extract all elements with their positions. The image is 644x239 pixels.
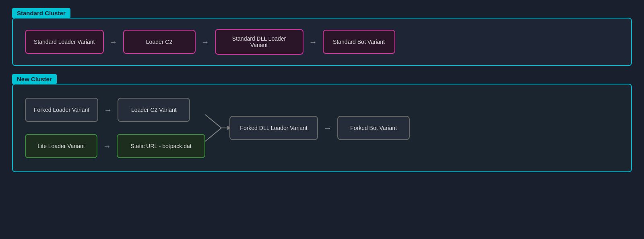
arrow-s3-s4: → xyxy=(303,37,323,47)
new-cluster-left-rows: Forked Loader Variant → Loader C2 Varian… xyxy=(25,98,205,158)
standard-bot-variant-node[interactable]: Standard Bot Variant xyxy=(323,30,395,54)
loader-c2-node[interactable]: Loader C2 xyxy=(123,30,196,54)
arrow-s2-s3: → xyxy=(196,37,215,47)
arrow-n5-n6: → xyxy=(318,124,337,133)
standard-cluster-box: Standard Loader Variant → Loader C2 → St… xyxy=(12,18,632,66)
standard-dll-loader-variant-node[interactable]: Standard DLL Loader Variant xyxy=(215,29,303,55)
forked-loader-variant-node[interactable]: Forked Loader Variant xyxy=(25,98,98,122)
new-bottom-row: Lite Loader Variant → Static URL - botpa… xyxy=(25,134,205,158)
arrow-s1-s2: → xyxy=(104,37,123,47)
forked-bot-variant-node[interactable]: Forked Bot Variant xyxy=(337,116,410,140)
standard-cluster-label: Standard Cluster xyxy=(12,8,70,18)
standard-loader-variant-node[interactable]: Standard Loader Variant xyxy=(25,30,104,54)
svg-line-1 xyxy=(205,128,221,141)
svg-line-0 xyxy=(205,115,221,128)
lite-loader-variant-node[interactable]: Lite Loader Variant xyxy=(25,134,97,158)
new-cluster-box: Forked Loader Variant → Loader C2 Varian… xyxy=(12,84,632,172)
new-cluster-content: Forked Loader Variant → Loader C2 Varian… xyxy=(25,98,619,158)
new-cluster-label: New Cluster xyxy=(12,74,57,84)
loader-c2-variant-node[interactable]: Loader C2 Variant xyxy=(118,98,190,122)
standard-flow-row: Standard Loader Variant → Loader C2 → St… xyxy=(25,29,619,55)
new-cluster-right-flow: Forked DLL Loader Variant → Forked Bot V… xyxy=(229,116,410,140)
arrow-n3-n4: → xyxy=(97,142,117,151)
merge-connector-svg xyxy=(205,102,229,154)
static-url-botpack-node[interactable]: Static URL - botpack.dat xyxy=(117,134,205,158)
standard-cluster-wrapper: Standard Cluster Standard Loader Variant… xyxy=(12,8,632,66)
forked-dll-loader-variant-node[interactable]: Forked DLL Loader Variant xyxy=(229,116,318,140)
new-cluster-wrapper: New Cluster Forked Loader Variant → Load… xyxy=(12,74,632,172)
arrow-n1-n2: → xyxy=(98,105,118,115)
new-top-row: Forked Loader Variant → Loader C2 Varian… xyxy=(25,98,205,122)
